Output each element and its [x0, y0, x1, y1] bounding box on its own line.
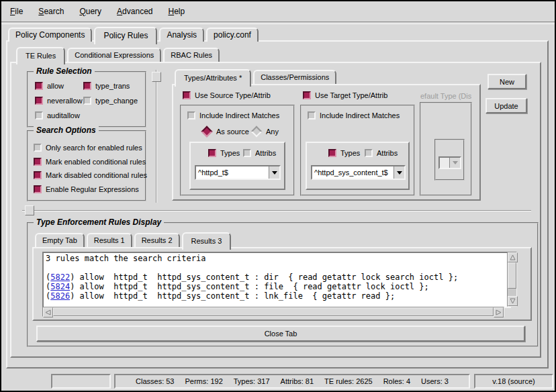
checkbox-label: Mark disabled conditional rules: [46, 171, 147, 179]
vertical-sash: [156, 70, 157, 203]
update-button[interactable]: Update: [485, 98, 527, 113]
arrow-down-icon: [510, 298, 516, 304]
checkbox-label: Types: [220, 149, 240, 157]
menu-search[interactable]: Search: [34, 5, 68, 18]
tab-policy-rules[interactable]: Policy Rules: [94, 27, 157, 44]
checkbox-mark-enabled-conditional[interactable]: Mark enabled conditional rules: [34, 158, 146, 166]
results-textarea[interactable]: 3 rules match the search criteria (5822)…: [42, 252, 511, 308]
tab-rbac-rules[interactable]: RBAC Rules: [163, 48, 220, 62]
vertical-scrollbar-thumb[interactable]: [508, 262, 516, 289]
checkbox-label: Include Indirect Matches: [199, 111, 279, 119]
source-types-attribs-frame: Types Attribs ^httpd_t$: [189, 142, 285, 190]
tab-results-1[interactable]: Results 1: [87, 233, 132, 247]
target-type-combobox-button[interactable]: [393, 166, 404, 179]
source-type-combobox-button[interactable]: [269, 166, 279, 179]
types-attributes-page: Use Source Type/Attrib Include Indirect …: [172, 84, 481, 201]
checkbox-label: type_trans: [95, 82, 130, 90]
vertical-sash-handle[interactable]: [152, 72, 161, 82]
scroll-down-button[interactable]: [508, 296, 518, 306]
default-type-frame: [420, 102, 472, 196]
arrow-up-icon: [510, 254, 516, 260]
checkbox-label: neverallow: [47, 97, 83, 105]
checkbox-label: type_change: [95, 97, 138, 105]
checkbox-target-types[interactable]: Types: [328, 149, 360, 157]
menu-help[interactable]: Help: [163, 5, 189, 18]
radio-as-source[interactable]: As source: [201, 128, 249, 136]
target-type-combobox-value[interactable]: ^httpd_sys_content_t$: [312, 166, 393, 179]
stat-users: Users: 3: [421, 377, 449, 385]
checkbox-enable-regex[interactable]: Enable Regular Expressions: [34, 185, 139, 193]
results-tab-bar: Empty Tab Results 1 Results 2 Results 3: [35, 233, 233, 248]
checkbox-source-types[interactable]: Types: [208, 149, 240, 157]
radio-indicator: [201, 126, 213, 138]
tab-types-attributes[interactable]: Types/Attributes *: [175, 69, 251, 87]
te-rules-display-title: Type Enforcement Rules Display: [34, 217, 164, 227]
rule-line: (5822) allow httpd_t httpd_sys_content_t…: [46, 273, 508, 282]
horizontal-scrollbar[interactable]: [42, 307, 504, 317]
checkbox-neverallow[interactable]: neverallow: [35, 97, 83, 105]
horizontal-scrollbar-thumb[interactable]: [53, 307, 494, 316]
tab-conditional-expressions[interactable]: Conditional Expressions: [67, 48, 161, 62]
checkbox-indicator: [35, 82, 43, 90]
tab-empty-tab[interactable]: Empty Tab: [35, 233, 85, 247]
horizontal-sash-handle[interactable]: [25, 205, 34, 215]
scroll-up-button[interactable]: [508, 252, 518, 262]
checkbox-indicator: [365, 149, 373, 157]
radio-any[interactable]: Any: [251, 128, 279, 136]
menu-advanced[interactable]: Advanced: [112, 5, 157, 18]
apol-window: File Search Query Advanced Help Policy C…: [0, 0, 556, 392]
tab-analysis[interactable]: Analysis: [159, 28, 204, 42]
rule-id-link[interactable]: 5826: [50, 291, 70, 301]
target-type-combobox[interactable]: ^httpd_sys_content_t$: [311, 165, 406, 180]
checkbox-indicator: [34, 185, 42, 193]
checkbox-type-change[interactable]: type_change: [83, 97, 138, 105]
checkbox-indicator: [34, 171, 42, 179]
statusbar-version-cell: v.18 (source): [474, 374, 553, 389]
checkbox-indicator: [187, 111, 195, 119]
tab-classes-permissions[interactable]: Classes/Permissions: [253, 70, 336, 84]
tab-policy-components[interactable]: Policy Components: [8, 28, 92, 42]
checkbox-target-indirect[interactable]: Include Indirect Matches: [308, 111, 400, 119]
checkbox-indicator: [34, 158, 42, 166]
menu-file[interactable]: File: [5, 5, 28, 18]
tab-te-rules[interactable]: TE Rules: [16, 47, 65, 64]
tab-policy-conf[interactable]: policy.conf: [206, 28, 259, 42]
main-tab-bar: Policy Components Policy Rules Analysis …: [8, 26, 261, 43]
rule-id-link[interactable]: 5822: [50, 273, 70, 282]
vertical-scrollbar[interactable]: [507, 252, 517, 307]
source-type-combobox[interactable]: ^httpd_t$: [195, 165, 281, 180]
scroll-right-button[interactable]: [494, 307, 504, 317]
stat-classes: Classes: 53: [136, 377, 174, 385]
checkbox-source-indirect[interactable]: Include Indirect Matches: [187, 111, 279, 119]
chevron-down-icon: [272, 171, 277, 175]
menu-query[interactable]: Query: [75, 5, 106, 18]
search-options-title: Search Options: [34, 126, 99, 135]
results-summary: 3 rules match the search criteria: [46, 254, 508, 263]
checkbox-label: Attribs: [255, 149, 276, 157]
checkbox-use-target-type[interactable]: Use Target Type/Attrib: [303, 91, 387, 99]
checkbox-type-trans[interactable]: type_trans: [83, 82, 130, 90]
rule-id-link[interactable]: 5824: [50, 282, 70, 291]
new-button[interactable]: New: [488, 74, 526, 89]
checkbox-use-source-type[interactable]: Use Source Type/Attrib: [183, 91, 271, 99]
menubar-separator: [1, 21, 555, 24]
checkbox-only-enabled-rules[interactable]: Only search for enabled rules: [34, 144, 142, 152]
checkbox-source-attribs[interactable]: Attribs: [243, 149, 276, 157]
scroll-left-button[interactable]: [43, 307, 53, 317]
checkbox-auditallow[interactable]: auditallow: [35, 111, 80, 119]
close-tab-button[interactable]: Close Tab: [36, 326, 525, 342]
checkbox-allow[interactable]: allow: [35, 82, 64, 90]
checkbox-target-attribs[interactable]: Attribs: [365, 149, 398, 157]
checkbox-label: Mark enabled conditional rules: [46, 158, 146, 166]
radio-indicator: [251, 126, 263, 138]
tab-results-3[interactable]: Results 3: [182, 232, 232, 250]
default-type-combobox: [438, 156, 461, 169]
checkbox-indicator: [35, 97, 43, 105]
tab-results-2[interactable]: Results 2: [134, 233, 180, 247]
chevron-down-icon: [453, 161, 458, 164]
vertical-scrollbar-trough[interactable]: [508, 289, 516, 296]
source-type-combobox-value[interactable]: ^httpd_t$: [196, 166, 269, 179]
checkbox-indicator: [35, 111, 43, 119]
checkbox-mark-disabled-conditional[interactable]: Mark disabled conditional rules: [34, 171, 147, 179]
checkbox-indicator: [308, 111, 316, 119]
